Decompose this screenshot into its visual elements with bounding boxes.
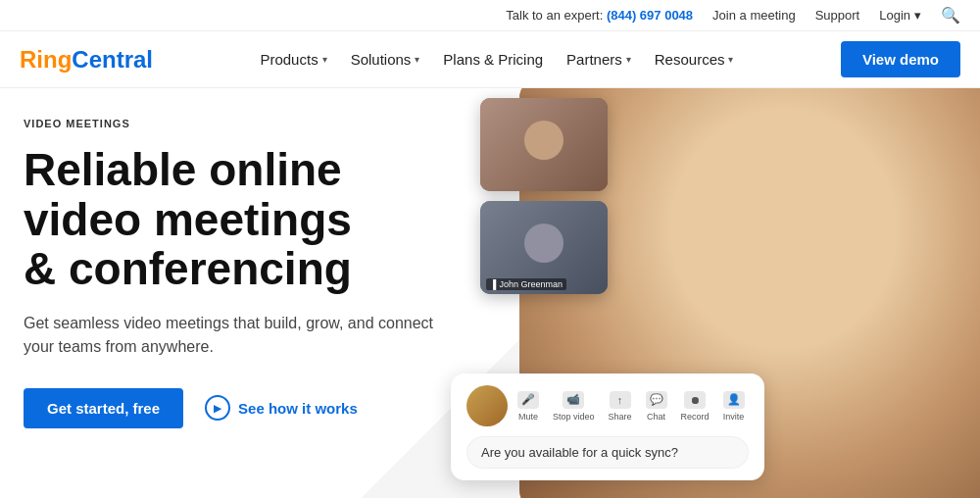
phone-link[interactable]: (844) 697 0048 <box>607 8 693 23</box>
solutions-arrow-icon: ▾ <box>415 54 419 65</box>
video-card-person2: ▐ John Greenman <box>480 201 608 294</box>
invite-icon: 👤 <box>723 391 745 409</box>
resources-arrow-icon: ▾ <box>728 54 733 65</box>
logo-central: Central <box>72 46 153 73</box>
login-label: Login <box>879 8 910 23</box>
quick-sync-message: Are you available for a quick sync? <box>466 436 749 469</box>
share-icon: ↑ <box>610 391 631 409</box>
meeting-actions: 🎤 Mute 📹 Stop video ↑ Share 💬 Chat <box>517 391 745 422</box>
nav-resources[interactable]: Resources ▾ <box>655 51 734 68</box>
mute-icon: 🎤 <box>517 391 539 409</box>
meeting-bar-top: 🎤 Mute 📹 Stop video ↑ Share 💬 Chat <box>466 385 749 426</box>
login-menu[interactable]: Login ▾ <box>879 8 921 23</box>
stop-video-icon: 📹 <box>563 391 584 409</box>
meeting-controls-bar: 🎤 Mute 📹 Stop video ↑ Share 💬 Chat <box>451 374 764 480</box>
nav-links: Products ▾ Solutions ▾ Plans & Pricing P… <box>260 51 733 68</box>
hero-content: VIDEO MEETINGS Reliable online video mee… <box>0 88 510 498</box>
stop-video-action[interactable]: 📹 Stop video <box>553 391 595 422</box>
video-cards-overlay: ▐ John Greenman <box>480 98 608 294</box>
play-circle-icon: ▶ <box>205 395 230 421</box>
mute-action[interactable]: 🎤 Mute <box>517 391 539 422</box>
products-arrow-icon: ▾ <box>322 54 327 65</box>
chat-icon: 💬 <box>646 391 667 409</box>
logo[interactable]: RingCentral <box>20 46 153 74</box>
hero-visual: ▐ John Greenman 🎤 Mute 📹 Stop video <box>510 88 980 498</box>
share-action[interactable]: ↑ Share <box>609 391 632 422</box>
bar-chart-icon: ▐ <box>490 279 496 289</box>
record-icon: ⏺ <box>684 391 706 409</box>
logo-ring: Ring <box>20 46 72 73</box>
hero-section: VIDEO MEETINGS Reliable online video mee… <box>0 88 980 498</box>
participant-avatar <box>466 385 508 426</box>
partners-arrow-icon: ▾ <box>626 54 631 65</box>
hero-headline: Reliable online video meetings & confere… <box>24 145 490 294</box>
chat-action[interactable]: 💬 Chat <box>646 391 667 422</box>
hero-ctas: Get started, free ▶ See how it works <box>24 388 490 428</box>
get-started-button[interactable]: Get started, free <box>24 388 183 428</box>
main-navigation: RingCentral Products ▾ Solutions ▾ Plans… <box>0 31 980 88</box>
expert-text: Talk to an expert: (844) 697 0048 <box>506 8 693 23</box>
nav-solutions[interactable]: Solutions ▾ <box>351 51 420 68</box>
see-how-link[interactable]: ▶ See how it works <box>205 395 358 421</box>
record-action[interactable]: ⏺ Record <box>681 391 710 422</box>
nav-partners[interactable]: Partners ▾ <box>566 51 631 68</box>
search-button[interactable]: 🔍 <box>941 6 960 25</box>
join-meeting-link[interactable]: Join a meeting <box>712 8 796 23</box>
video-person2-label: ▐ John Greenman <box>486 278 566 290</box>
support-link[interactable]: Support <box>815 8 860 23</box>
nav-products[interactable]: Products ▾ <box>260 51 326 68</box>
invite-action[interactable]: 👤 Invite <box>723 391 745 422</box>
view-demo-button[interactable]: View demo <box>841 41 960 77</box>
nav-plans-pricing[interactable]: Plans & Pricing <box>443 51 543 68</box>
login-arrow-icon: ▾ <box>914 8 921 23</box>
top-utility-bar: Talk to an expert: (844) 697 0048 Join a… <box>0 0 980 31</box>
hero-subtitle: Get seamless video meetings that build, … <box>24 312 435 359</box>
video-card-person1 <box>480 98 608 191</box>
hero-category-label: VIDEO MEETINGS <box>24 118 490 129</box>
